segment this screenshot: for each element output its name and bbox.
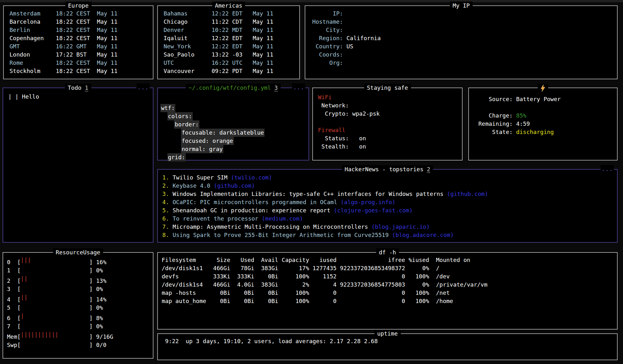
meter-value: 14% [96, 296, 107, 303]
widget-index-badge: 2 [427, 166, 430, 173]
hn-story-link[interactable]: (github.com) [447, 191, 488, 197]
timezone-label: EDT [232, 34, 246, 42]
df-row: map -hosts 0Bi 0Bi 0Bi 100% 0 0 100% /ne… [162, 289, 617, 297]
story-rank: 7. [162, 223, 169, 231]
hn-story-link[interactable]: (medium.com) [262, 215, 303, 222]
field-value: discharging [516, 129, 554, 135]
city-label: Bahamas [164, 9, 212, 18]
date-label: May 11 [97, 10, 117, 17]
meter-bar: | [21, 312, 89, 320]
city-label: Copenhagen [9, 34, 56, 42]
df-row: /dev/disk1s4 466Gi 4.0Gi 383Gi 2% 4 9223… [162, 281, 617, 289]
field-value: US [346, 43, 353, 50]
panel-title: Todo1 [65, 84, 91, 92]
bracket: [ [17, 296, 21, 303]
resource-row: 1[]0% [7, 266, 153, 275]
bracket: [ [17, 315, 21, 321]
story-rank: 5. [162, 206, 169, 215]
disk-usage-panel: df -h Filesystem Size Used Avail Capacit… [157, 252, 618, 330]
clock-row: Rome18:22CESTMay 11 [9, 59, 153, 67]
story-rank: 3. [162, 190, 169, 198]
ip-field-row: IP: [305, 9, 617, 18]
timezone-label: CDT [232, 18, 246, 26]
ip-field-row: Hostname: [305, 18, 617, 26]
time-value: 18:22 [56, 9, 73, 18]
battery-panel: Source:Battery PowerCharge:85%Remaining:… [468, 88, 618, 161]
meter-label: 4 [7, 295, 17, 304]
hn-story-link[interactable]: (algo-prog.info) [341, 199, 396, 205]
hackernews-panel[interactable]: HackerNews - topstories2 ... 1.Twilio Su… [157, 169, 618, 243]
config-code-line: focused: orange [160, 137, 308, 145]
config-file-panel[interactable]: ~/.config/wtf/config.yml3 ... wtf:colors… [157, 88, 309, 161]
meter-bar: || [21, 275, 89, 283]
config-code-line: focusable: darkslateblue [160, 129, 308, 137]
clock-row: Vancouver09:22PDTMay 11 [164, 67, 299, 75]
time-value: 18:22 [56, 67, 73, 75]
code-text: focusable: darkslateblue [181, 129, 265, 137]
clock-row: GMT16:22GMTMay 11 [9, 42, 153, 51]
story-rank: 1. [162, 173, 169, 182]
date-label: May 11 [253, 68, 273, 74]
city-label: London [9, 51, 56, 59]
clock-row: Barcelona18:22CESTMay 11 [9, 18, 153, 26]
timezone-label: CEST [76, 67, 90, 75]
bracket: [ [17, 342, 21, 348]
story-rank: 4. [162, 198, 169, 206]
field-value: Battery Power [516, 96, 561, 102]
clock-list: Bahamas12:22EDTMay 11Chicago11:22CDTMay … [158, 6, 299, 75]
hn-story-link[interactable]: (clojure-goes-fast.com) [334, 207, 413, 214]
meter-value: 0/0 [96, 342, 107, 348]
overflow-dots-icon: ... [292, 83, 305, 92]
clocks-europe-panel: Europe Amsterdam18:22CESTMay 11Barcelona… [3, 5, 153, 79]
time-value: 11:22 [212, 18, 229, 26]
meter-value: 0% [96, 286, 103, 292]
uptime-panel: uptime 9:22 up 3 days, 19:10, 2 users, l… [157, 333, 618, 360]
ip-field-row: Country:US [305, 42, 617, 51]
resource-row: Mem[|||||||||||]9/16G [7, 331, 153, 341]
story-list: 1.Twilio Super SIM(twilio.com)2.Keybase … [158, 170, 617, 239]
story-title: Windows Implementation Libraries: type-s… [173, 191, 444, 197]
resource-row: 2[||]13% [7, 275, 153, 285]
hn-story-link[interactable]: (twilio.com) [231, 174, 272, 181]
timezone-label: EDT [232, 9, 246, 18]
security-status-line: Crypto: wpa2-psk [318, 110, 462, 118]
security-status-line: Network: [318, 101, 462, 110]
df-row-list: /dev/disk1s1 466Gi 78Gi 383Gi 17% 127743… [162, 264, 617, 305]
hn-story-link[interactable]: (github.com) [214, 182, 255, 189]
todo-item[interactable]: | | Hello [8, 93, 153, 101]
meter-value: 16% [96, 259, 107, 265]
field-label: Hostname: [305, 18, 343, 26]
time-value: 18:22 [56, 26, 73, 34]
date-label: May 11 [97, 35, 117, 41]
resource-row: 6[|]8% [7, 312, 153, 322]
hn-story-link[interactable]: (blog.adacore.com) [392, 232, 454, 238]
bracket: [ [17, 323, 21, 330]
city-label: Chicago [164, 18, 212, 26]
my-ip-panel: My IP IP:Hostname:City:Region:California… [305, 5, 618, 79]
field-label: Org: [305, 59, 343, 67]
bracket: ] [89, 315, 93, 321]
meter-bar: || [21, 293, 89, 301]
widget-index-badge: 1 [85, 84, 88, 91]
meter-label: Swp [7, 341, 17, 349]
city-label: Denver [164, 26, 212, 34]
hn-story: 6.To reinvent the processor(medium.com) [162, 215, 617, 223]
field-value: 4:59 [516, 120, 530, 127]
todo-panel[interactable]: Todo1 ... | | Hello [3, 88, 153, 243]
battery-field-row: State:discharging [478, 128, 617, 136]
timezone-label: CEST [76, 59, 90, 67]
field-label: Remaining: [478, 120, 513, 128]
city-label: GMT [9, 42, 56, 51]
field-label: Charge: [478, 112, 513, 120]
city-label: New_York [164, 42, 212, 51]
meter-value: 13% [96, 277, 107, 284]
code-text: grid: [167, 153, 186, 161]
hn-story-link[interactable]: (blog.japaric.io) [371, 223, 430, 230]
meter-label: 7 [7, 322, 17, 331]
battery-field-list: Source:Battery PowerCharge:85%Remaining:… [469, 88, 617, 136]
timezone-label: EDT [232, 42, 246, 51]
timezone-label: -03 [232, 51, 246, 59]
hn-story: 3.Windows Implementation Libraries: type… [162, 190, 617, 198]
bracket: ] [89, 259, 93, 265]
story-title: Using Spark to Prove 255-Bit Integer Ari… [173, 232, 389, 238]
